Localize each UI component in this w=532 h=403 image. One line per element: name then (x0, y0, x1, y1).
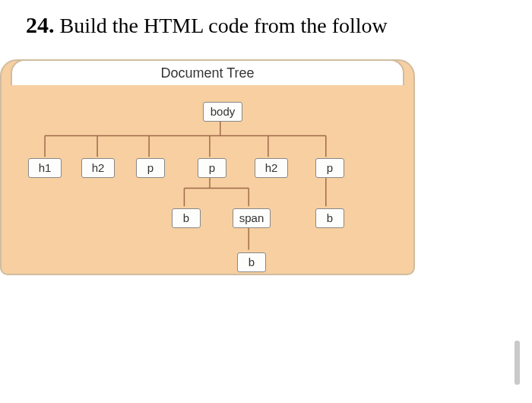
node-h1: h1 (28, 158, 62, 178)
question-number: 24. (26, 12, 55, 37)
document-tree-panel: Document Tree body h1 h2 (0, 59, 415, 275)
node-b-under-p: b (172, 208, 201, 228)
question-text: 24. Build the HTML code from the follow (0, 0, 532, 38)
node-b-under-span: b (237, 252, 266, 272)
node-h2-first: h2 (81, 158, 115, 178)
node-p-first: p (136, 158, 165, 178)
node-p-third: p (315, 158, 344, 178)
node-b-under-p-third: b (315, 208, 344, 228)
node-body: body (203, 102, 242, 122)
panel-title: Document Tree (11, 59, 404, 85)
node-span: span (233, 208, 271, 228)
question-body: Build the HTML code from the follow (60, 14, 388, 37)
node-h2-second: h2 (255, 158, 288, 178)
scrollbar-thumb[interactable] (515, 341, 520, 385)
page: 24. Build the HTML code from the follow … (0, 0, 532, 403)
node-p-second: p (198, 158, 226, 178)
